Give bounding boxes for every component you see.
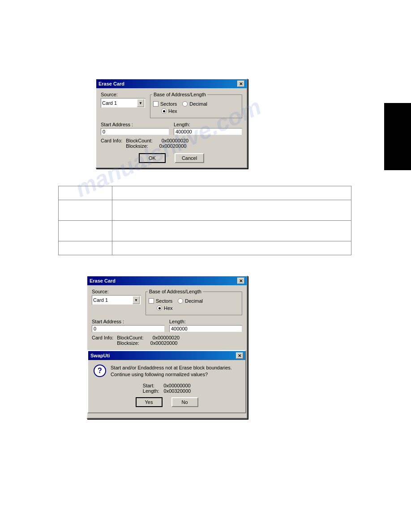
table-cell [59, 241, 112, 255]
dialog1-titlebar: Erase Card ✕ [96, 79, 247, 88]
dialog2-card-info-label: Card Info: [92, 335, 113, 340]
dialog2-source-select[interactable]: Card 1 ▼ [92, 295, 141, 305]
swaputi-length-value: 0x00320000 [164, 388, 191, 394]
dialog2-source-arrow[interactable]: ▼ [133, 296, 140, 304]
dialog2-source-value: Card 1 [93, 297, 108, 303]
dialog1-source-value: Card 1 [102, 100, 117, 106]
dialog2-decimal-radio[interactable] [178, 298, 183, 304]
table-row [59, 221, 351, 241]
swaputi-yes-btn[interactable]: Yes [136, 397, 163, 407]
swaputi-no-btn[interactable]: No [171, 397, 198, 407]
dialog1-length-label: Length: [174, 122, 242, 127]
dialog2-decimal-label: Decimal [185, 298, 203, 304]
dialog1-length-input[interactable] [174, 128, 242, 135]
dialog1-source-select[interactable]: Card 1 ▼ [101, 98, 146, 108]
table-section [58, 186, 351, 255]
dialog1-close-btn[interactable]: ✕ [237, 81, 244, 87]
erase-card-dialog-2: Erase Card ✕ Source: Card 1 ▼ Base of Ad… [86, 275, 248, 419]
table-row [59, 200, 351, 221]
dialog1-sectors-checkbox[interactable] [153, 101, 158, 107]
dialog2-block-count-value: 0x00000020 [153, 335, 180, 340]
dialog1-base-group-label: Base of Address/Length [152, 92, 207, 97]
swaputi-start-label: Start: [143, 383, 154, 388]
dialog2-start-addr-input[interactable] [92, 325, 165, 332]
table-cell [112, 200, 351, 220]
dialog1-block-count-value: 0x00000020 [162, 138, 189, 143]
dialog1-source-label: Source: [101, 92, 146, 97]
swaputi-titlebar: SwapUti ✕ [88, 351, 245, 360]
swaputi-dialog: SwapUti ✕ ? Start and/or Endaddress not … [87, 350, 246, 413]
swaputi-title: SwapUti [90, 353, 110, 358]
table-cell [112, 221, 351, 241]
dialog1-sectors-label: Sectors [160, 101, 177, 107]
dialog2-sectors-label: Sectors [156, 298, 172, 304]
table-cell [59, 221, 112, 241]
table-row [59, 186, 351, 200]
dialog2-length-label: Length: [169, 319, 242, 324]
dialog2-close-btn[interactable]: ✕ [237, 278, 244, 284]
dialog2-sectors-checkbox[interactable] [149, 298, 154, 304]
dialog2-base-group-label: Base of Address/Length [148, 289, 203, 294]
dialog2-blocksize-label: Blocksize: [117, 340, 139, 346]
dialog1-start-addr-label: Start Address : [101, 122, 169, 127]
dialog1-start-addr-input[interactable] [101, 128, 169, 135]
table-cell [59, 186, 112, 200]
table-row [59, 241, 351, 255]
dialog2-blocksize-value: 0x00020000 [150, 340, 178, 346]
dialog1-decimal-label: Decimal [189, 101, 207, 107]
swaputi-length-label: Length: [143, 388, 159, 394]
dialog1-source-arrow[interactable]: ▼ [137, 99, 144, 107]
table-cell [59, 200, 112, 220]
dialog2-hex-radio[interactable] [157, 305, 162, 311]
dialog1-block-count-label: BlockCount: [126, 138, 152, 143]
swaputi-close-btn[interactable]: ✕ [236, 352, 243, 359]
dialog2-title: Erase Card [90, 278, 116, 283]
dialog1-decimal-radio[interactable] [182, 101, 188, 107]
dialog1-hex-label: Hex [168, 108, 177, 114]
dialog1-blocksize-label: Blocksize: [126, 143, 148, 149]
dialog2-length-input[interactable] [169, 325, 242, 332]
dialog1-title: Erase Card [98, 81, 124, 86]
table-cell [112, 241, 351, 255]
table-cell [112, 186, 351, 200]
dialog1-card-info-label: Card Info: [101, 138, 122, 143]
dialog1-hex-radio[interactable] [161, 108, 167, 114]
dialog1-cancel-btn[interactable]: Cancel [175, 153, 204, 163]
dialog1-blocksize-value: 0x00020000 [159, 143, 187, 149]
swaputi-start-value: 0x00000000 [163, 383, 191, 388]
dialog2-titlebar: Erase Card ✕ [87, 276, 247, 285]
question-icon: ? [94, 365, 106, 377]
erase-card-dialog-1: Erase Card ✕ Source: Card 1 ▼ Base of Ad… [95, 78, 248, 168]
dialog2-hex-label: Hex [164, 305, 173, 311]
dialog2-block-count-label: BlockCount: [117, 335, 143, 340]
dialog1-ok-btn[interactable]: OK [139, 153, 166, 163]
dialog2-start-addr-label: Start Address : [92, 319, 165, 324]
dialog2-source-label: Source: [92, 289, 141, 294]
swaputi-message: Start and/or Endaddress not at Erase blo… [111, 365, 232, 378]
black-rect [384, 103, 411, 170]
